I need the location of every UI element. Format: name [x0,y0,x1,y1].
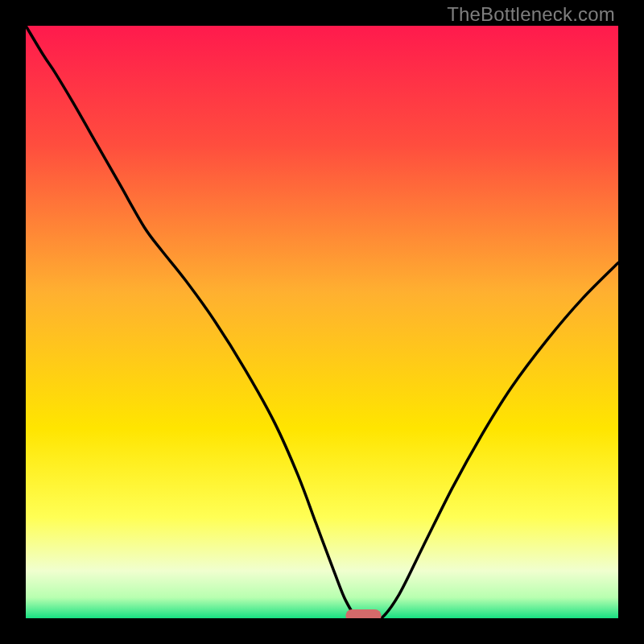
optimal-range-marker [345,609,381,618]
chart-svg [26,26,618,618]
watermark-text: TheBottleneck.com [447,3,615,26]
outer-frame: TheBottleneck.com [0,0,644,644]
bottleneck-chart [26,26,618,618]
gradient-background [26,26,618,618]
